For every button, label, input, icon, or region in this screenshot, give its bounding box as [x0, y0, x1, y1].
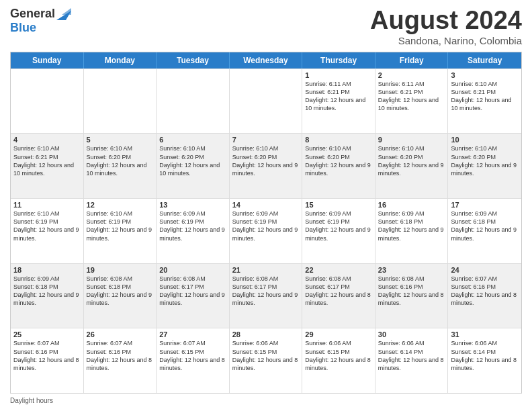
- header: General Blue August 2024 Sandona, Narino…: [10, 7, 522, 46]
- calendar-cell: 26Sunrise: 6:07 AM Sunset: 6:16 PM Dayli…: [84, 328, 157, 393]
- title-block: August 2024 Sandona, Narino, Colombia: [370, 7, 522, 46]
- calendar-cell: 28Sunrise: 6:06 AM Sunset: 6:15 PM Dayli…: [230, 328, 303, 393]
- day-number: 1: [305, 71, 372, 79]
- day-info: Sunrise: 6:06 AM Sunset: 6:15 PM Dayligh…: [232, 339, 300, 372]
- logo-general-text: General: [10, 7, 55, 21]
- day-number: 20: [159, 266, 226, 274]
- day-info: Sunrise: 6:10 AM Sunset: 6:20 PM Dayligh…: [159, 144, 226, 177]
- calendar-cell: 16Sunrise: 6:09 AM Sunset: 6:18 PM Dayli…: [375, 199, 449, 263]
- day-number: 29: [305, 330, 372, 338]
- day-info: Sunrise: 6:10 AM Sunset: 6:19 PM Dayligh…: [13, 210, 81, 242]
- month-title: August 2024: [370, 7, 522, 35]
- day-number: 2: [378, 71, 445, 79]
- calendar-cell: 20Sunrise: 6:08 AM Sunset: 6:17 PM Dayli…: [157, 264, 230, 328]
- calendar-header-cell: Sunday: [11, 52, 84, 68]
- svg-marker-1: [62, 8, 71, 15]
- day-info: Sunrise: 6:10 AM Sunset: 6:21 PM Dayligh…: [451, 80, 519, 113]
- calendar-row: 11Sunrise: 6:10 AM Sunset: 6:19 PM Dayli…: [11, 198, 521, 263]
- calendar-cell: [230, 69, 303, 134]
- calendar-header-cell: Saturday: [448, 52, 521, 68]
- day-number: 16: [378, 201, 445, 209]
- calendar-cell: 17Sunrise: 6:09 AM Sunset: 6:18 PM Dayli…: [448, 199, 521, 263]
- logo: General Blue: [10, 7, 71, 35]
- day-number: 27: [159, 330, 226, 338]
- day-number: 6: [159, 136, 226, 144]
- day-info: Sunrise: 6:10 AM Sunset: 6:20 PM Dayligh…: [451, 144, 519, 177]
- day-number: 19: [87, 266, 154, 274]
- day-number: 14: [232, 201, 300, 209]
- day-number: 30: [378, 330, 445, 338]
- calendar-cell: 9Sunrise: 6:10 AM Sunset: 6:20 PM Daylig…: [375, 134, 449, 198]
- day-number: 3: [451, 71, 519, 79]
- day-number: 22: [305, 266, 372, 274]
- calendar-cell: 8Sunrise: 6:10 AM Sunset: 6:20 PM Daylig…: [302, 134, 375, 198]
- calendar-cell: 13Sunrise: 6:09 AM Sunset: 6:19 PM Dayli…: [157, 199, 230, 263]
- calendar-cell: 12Sunrise: 6:10 AM Sunset: 6:19 PM Dayli…: [84, 199, 157, 263]
- day-info: Sunrise: 6:07 AM Sunset: 6:15 PM Dayligh…: [159, 339, 226, 372]
- day-info: Sunrise: 6:11 AM Sunset: 6:21 PM Dayligh…: [305, 80, 372, 113]
- day-info: Sunrise: 6:06 AM Sunset: 6:14 PM Dayligh…: [378, 339, 445, 372]
- calendar-cell: 24Sunrise: 6:07 AM Sunset: 6:16 PM Dayli…: [448, 264, 521, 328]
- calendar-cell: 19Sunrise: 6:08 AM Sunset: 6:18 PM Dayli…: [84, 264, 157, 328]
- calendar-cell: 7Sunrise: 6:10 AM Sunset: 6:20 PM Daylig…: [230, 134, 303, 198]
- day-number: 17: [451, 201, 519, 209]
- day-info: Sunrise: 6:10 AM Sunset: 6:20 PM Dayligh…: [87, 144, 154, 177]
- location: Sandona, Narino, Colombia: [370, 35, 522, 46]
- day-info: Sunrise: 6:08 AM Sunset: 6:17 PM Dayligh…: [305, 275, 372, 308]
- calendar-header-cell: Friday: [375, 52, 449, 68]
- footer-label: Daylight hours: [10, 397, 53, 404]
- calendar-row: 18Sunrise: 6:09 AM Sunset: 6:18 PM Dayli…: [11, 263, 521, 328]
- day-number: 5: [87, 136, 154, 144]
- calendar-cell: 6Sunrise: 6:10 AM Sunset: 6:20 PM Daylig…: [157, 134, 230, 198]
- calendar-row: 1Sunrise: 6:11 AM Sunset: 6:21 PM Daylig…: [11, 68, 521, 134]
- day-number: 15: [305, 201, 372, 209]
- day-number: 18: [13, 266, 81, 274]
- day-info: Sunrise: 6:08 AM Sunset: 6:17 PM Dayligh…: [232, 275, 300, 308]
- day-number: 11: [13, 201, 81, 209]
- day-info: Sunrise: 6:07 AM Sunset: 6:16 PM Dayligh…: [451, 275, 519, 308]
- logo-bird-icon: [56, 8, 71, 20]
- day-number: 31: [451, 330, 519, 338]
- calendar-cell: 23Sunrise: 6:08 AM Sunset: 6:16 PM Dayli…: [375, 264, 449, 328]
- calendar-cell: 10Sunrise: 6:10 AM Sunset: 6:20 PM Dayli…: [448, 134, 521, 198]
- day-number: 28: [232, 330, 300, 338]
- calendar-header-cell: Thursday: [302, 52, 375, 68]
- day-info: Sunrise: 6:09 AM Sunset: 6:19 PM Dayligh…: [305, 210, 372, 242]
- calendar-cell: [84, 69, 157, 134]
- calendar-cell: 4Sunrise: 6:10 AM Sunset: 6:21 PM Daylig…: [11, 134, 84, 198]
- day-info: Sunrise: 6:09 AM Sunset: 6:19 PM Dayligh…: [159, 210, 226, 242]
- calendar-cell: 5Sunrise: 6:10 AM Sunset: 6:20 PM Daylig…: [84, 134, 157, 198]
- calendar-header-cell: Wednesday: [230, 52, 303, 68]
- calendar-cell: 18Sunrise: 6:09 AM Sunset: 6:18 PM Dayli…: [11, 264, 84, 328]
- day-info: Sunrise: 6:08 AM Sunset: 6:18 PM Dayligh…: [87, 275, 154, 308]
- day-number: 26: [87, 330, 154, 338]
- day-info: Sunrise: 6:09 AM Sunset: 6:18 PM Dayligh…: [378, 210, 445, 242]
- day-info: Sunrise: 6:09 AM Sunset: 6:19 PM Dayligh…: [232, 210, 300, 242]
- day-number: 9: [378, 136, 445, 144]
- calendar-cell: 31Sunrise: 6:06 AM Sunset: 6:14 PM Dayli…: [448, 328, 521, 393]
- day-info: Sunrise: 6:10 AM Sunset: 6:20 PM Dayligh…: [232, 144, 300, 177]
- day-info: Sunrise: 6:07 AM Sunset: 6:16 PM Dayligh…: [13, 339, 81, 372]
- day-number: 25: [13, 330, 81, 338]
- day-number: 10: [451, 136, 519, 144]
- calendar-cell: 3Sunrise: 6:10 AM Sunset: 6:21 PM Daylig…: [448, 69, 521, 134]
- day-number: 24: [451, 266, 519, 274]
- calendar-row: 25Sunrise: 6:07 AM Sunset: 6:16 PM Dayli…: [11, 328, 521, 393]
- day-info: Sunrise: 6:06 AM Sunset: 6:14 PM Dayligh…: [451, 339, 519, 372]
- calendar-cell: 30Sunrise: 6:06 AM Sunset: 6:14 PM Dayli…: [375, 328, 449, 393]
- calendar-cell: 29Sunrise: 6:06 AM Sunset: 6:15 PM Dayli…: [302, 328, 375, 393]
- calendar-cell: 27Sunrise: 6:07 AM Sunset: 6:15 PM Dayli…: [157, 328, 230, 393]
- day-info: Sunrise: 6:09 AM Sunset: 6:18 PM Dayligh…: [451, 210, 519, 242]
- day-number: 21: [232, 266, 300, 274]
- logo-blue-text: Blue: [10, 21, 36, 35]
- calendar-header-cell: Tuesday: [157, 52, 230, 68]
- day-number: 12: [87, 201, 154, 209]
- day-number: 23: [378, 266, 445, 274]
- calendar-cell: 21Sunrise: 6:08 AM Sunset: 6:17 PM Dayli…: [230, 264, 303, 328]
- calendar-header: SundayMondayTuesdayWednesdayThursdayFrid…: [11, 52, 521, 68]
- calendar: SundayMondayTuesdayWednesdayThursdayFrid…: [10, 52, 522, 394]
- calendar-cell: [157, 69, 230, 134]
- day-info: Sunrise: 6:07 AM Sunset: 6:16 PM Dayligh…: [87, 339, 154, 372]
- calendar-cell: 22Sunrise: 6:08 AM Sunset: 6:17 PM Dayli…: [302, 264, 375, 328]
- calendar-cell: 25Sunrise: 6:07 AM Sunset: 6:16 PM Dayli…: [11, 328, 84, 393]
